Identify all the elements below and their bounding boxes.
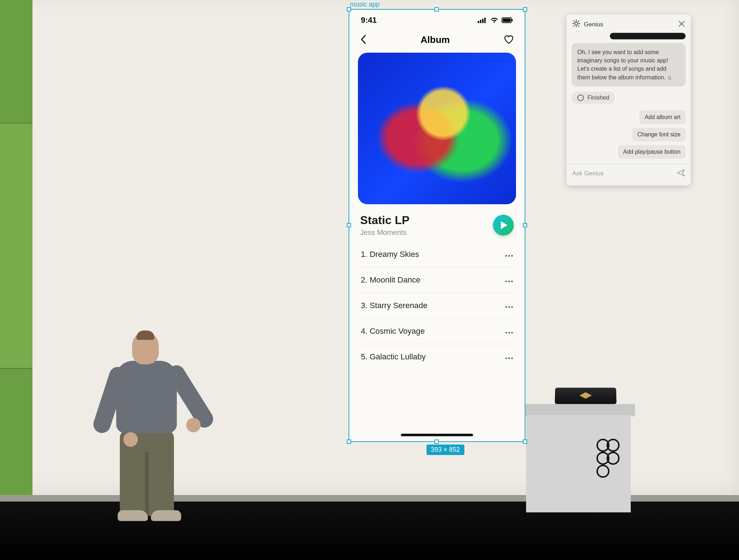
svg-rect-10 bbox=[503, 18, 511, 22]
track-list: 1. Dreamy Skies 2. Moonlit Dance 3. Star… bbox=[349, 240, 525, 369]
podium bbox=[526, 404, 631, 512]
genius-status-text: Finished bbox=[587, 95, 609, 101]
track-label: 1. Dreamy Skies bbox=[361, 250, 419, 259]
genius-prev-bubble bbox=[610, 33, 686, 39]
track-label: 2. Moonlit Dance bbox=[361, 275, 420, 285]
svg-point-15 bbox=[506, 281, 507, 283]
send-icon[interactable] bbox=[677, 169, 685, 178]
svg-point-22 bbox=[508, 332, 510, 334]
genius-input[interactable]: Ask Genius bbox=[572, 170, 604, 177]
battery-icon bbox=[502, 17, 513, 23]
presenter-person bbox=[101, 332, 195, 520]
status-bar: 9:41 bbox=[349, 10, 525, 28]
figma-logo-icon bbox=[595, 439, 621, 478]
artist-name: Jess Moments bbox=[360, 228, 410, 237]
stage-photo: music app 393 × 852 9:41 bbox=[0, 0, 739, 560]
track-label: 3. Starry Serenade bbox=[361, 301, 428, 310]
play-button[interactable] bbox=[493, 215, 514, 236]
music-app-artboard[interactable]: 9:41 Album bbox=[349, 9, 525, 442]
svg-point-27 bbox=[575, 22, 578, 25]
genius-panel: Genius Oh, I see you want to add some im… bbox=[567, 14, 691, 185]
track-row[interactable]: 1. Dreamy Skies bbox=[360, 242, 514, 267]
more-icon[interactable] bbox=[505, 352, 513, 362]
cellular-icon bbox=[478, 17, 487, 23]
frame-dimensions-badge: 393 × 852 bbox=[427, 445, 464, 455]
svg-rect-7 bbox=[482, 19, 484, 23]
svg-point-19 bbox=[508, 306, 510, 308]
suggestion-button[interactable]: Add play/pause button bbox=[618, 145, 686, 159]
svg-point-18 bbox=[506, 306, 507, 308]
svg-point-16 bbox=[508, 281, 510, 283]
svg-line-35 bbox=[574, 25, 574, 26]
genius-status-chip: Finished bbox=[572, 92, 615, 104]
page-title: Album bbox=[421, 34, 450, 45]
svg-point-24 bbox=[506, 358, 507, 359]
svg-point-13 bbox=[508, 255, 510, 257]
laptop-emblem-icon bbox=[577, 391, 594, 400]
more-icon[interactable] bbox=[505, 301, 513, 310]
laptop bbox=[555, 388, 616, 406]
genius-message: Oh, I see you want to add some imaginary… bbox=[572, 43, 686, 87]
svg-point-14 bbox=[511, 255, 513, 257]
genius-icon bbox=[572, 19, 580, 29]
album-art bbox=[358, 53, 516, 204]
svg-point-26 bbox=[511, 358, 513, 359]
svg-rect-6 bbox=[480, 20, 481, 23]
suggestion-button[interactable]: Add album art bbox=[639, 110, 686, 124]
frame-label[interactable]: music app bbox=[350, 1, 380, 8]
stage-left-accent bbox=[0, 0, 32, 502]
track-label: 5. Galactic Lullaby bbox=[361, 352, 426, 362]
svg-line-33 bbox=[578, 25, 579, 26]
svg-point-20 bbox=[511, 306, 513, 308]
wifi-icon bbox=[490, 17, 499, 23]
suggestion-button[interactable]: Change font size bbox=[632, 128, 686, 141]
track-row[interactable]: 3. Starry Serenade bbox=[360, 293, 514, 319]
home-indicator[interactable] bbox=[401, 434, 473, 436]
genius-title: Genius bbox=[584, 21, 603, 28]
status-time: 9:41 bbox=[361, 16, 377, 25]
svg-point-23 bbox=[511, 332, 513, 334]
svg-line-34 bbox=[578, 21, 579, 22]
track-row[interactable]: 2. Moonlit Dance bbox=[360, 267, 514, 293]
svg-rect-11 bbox=[512, 19, 513, 21]
svg-point-4 bbox=[597, 465, 609, 477]
svg-point-12 bbox=[506, 255, 507, 257]
track-row[interactable]: 4. Cosmic Voyage bbox=[360, 319, 514, 344]
svg-point-25 bbox=[508, 358, 510, 359]
back-button[interactable] bbox=[360, 35, 367, 45]
more-icon[interactable] bbox=[505, 250, 513, 259]
favorite-button[interactable] bbox=[504, 35, 514, 45]
track-row[interactable]: 5. Galactic Lullaby bbox=[360, 344, 514, 369]
album-title: Static LP bbox=[360, 214, 410, 227]
svg-rect-5 bbox=[478, 21, 479, 23]
svg-rect-8 bbox=[484, 18, 486, 23]
more-icon[interactable] bbox=[505, 275, 513, 285]
close-button[interactable] bbox=[678, 21, 685, 29]
status-ring-icon bbox=[577, 95, 584, 101]
track-label: 4. Cosmic Voyage bbox=[361, 327, 425, 336]
svg-line-32 bbox=[574, 21, 574, 22]
svg-point-21 bbox=[506, 332, 507, 334]
more-icon[interactable] bbox=[505, 327, 513, 336]
svg-point-17 bbox=[511, 281, 513, 283]
